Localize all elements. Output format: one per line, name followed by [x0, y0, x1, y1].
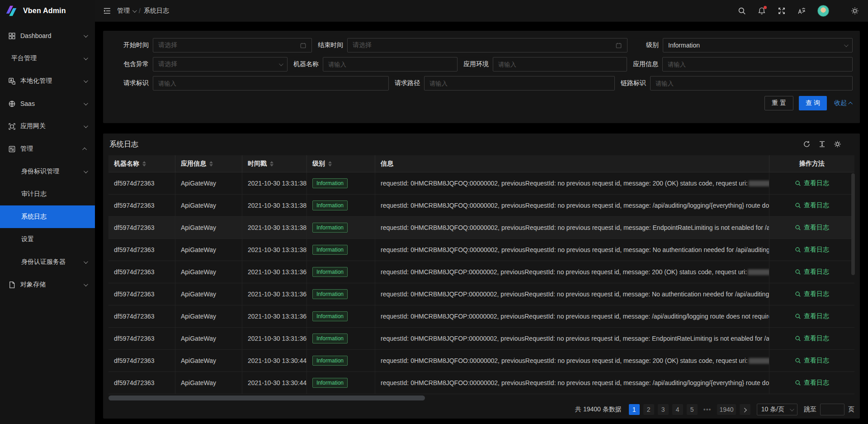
- app-info-input[interactable]: [662, 57, 853, 71]
- machine-name-input[interactable]: [323, 57, 458, 71]
- page-button-1[interactable]: 1: [629, 404, 640, 415]
- localization-icon: [8, 77, 16, 85]
- field-label: 开始时间: [118, 41, 153, 49]
- reset-button[interactable]: 重 置: [764, 96, 793, 110]
- magnifier-icon: [795, 380, 801, 386]
- cell-message: requestId: 0HMCRBM8JQFOP:00000002, previ…: [375, 305, 769, 327]
- cell-machine-name: df5974d72363: [108, 305, 175, 327]
- column-header-2[interactable]: 时间戳: [242, 155, 307, 172]
- view-log-link[interactable]: 查看日志: [795, 179, 829, 187]
- pagination: 共 19400 条数据 12345•••1940 10 条/页 跳至 页: [103, 400, 860, 419]
- redacted-blur: [748, 269, 769, 275]
- message-text: requestId: 0HMCRBM8JQFOP:00000002, previ…: [381, 268, 747, 276]
- bell-icon[interactable]: [758, 7, 766, 15]
- end-time-date-picker[interactable]: 请选择: [347, 38, 627, 52]
- table-row: df5974d72363ApiGateWay2021-10-30 13:31:3…: [108, 239, 854, 261]
- app-env-input[interactable]: [493, 57, 627, 71]
- pagination-ellipsis[interactable]: •••: [701, 404, 714, 415]
- start-time-date-picker[interactable]: 请选择: [153, 38, 312, 52]
- column-header-3[interactable]: 级别: [307, 155, 375, 172]
- translate-icon[interactable]: [797, 7, 806, 15]
- cell-message: requestId: 0HMCRBM8JQFOQ:00000002, previ…: [375, 239, 769, 261]
- view-log-link[interactable]: 查看日志: [795, 334, 829, 343]
- admin-icon: [8, 145, 16, 153]
- sidebar-item-localization[interactable]: 本地化管理: [0, 70, 95, 92]
- cell-level: Information: [307, 195, 375, 216]
- field-value: 请选择: [353, 41, 615, 49]
- menu-fold-icon[interactable]: [103, 7, 111, 15]
- request-id-input[interactable]: [153, 76, 389, 91]
- trace-id-input[interactable]: [650, 76, 853, 91]
- sidebar-item-identity[interactable]: 身份标识管理: [0, 160, 95, 183]
- chevron-down-icon: [84, 78, 88, 83]
- avatar[interactable]: [817, 5, 829, 17]
- view-log-link[interactable]: 查看日志: [795, 312, 829, 320]
- sidebar-item-auth-server[interactable]: 身份认证服务器: [0, 251, 95, 273]
- has-exception-select[interactable]: 请选择: [153, 57, 288, 71]
- cell-machine-name: df5974d72363: [108, 372, 175, 394]
- column-label: 操作方法: [799, 160, 825, 168]
- settings-icon[interactable]: [851, 7, 859, 15]
- next-page-button[interactable]: [740, 404, 750, 415]
- sidebar-item-label: 平台管理: [11, 54, 84, 62]
- field-label: 级别: [627, 41, 663, 49]
- cell-message: requestId: 0HMCRBM8JQFOO:00000002, previ…: [375, 350, 769, 372]
- cell-actions: 查看日志: [769, 372, 854, 394]
- sidebar-item-system-log[interactable]: 系统日志: [0, 205, 95, 228]
- cell-timestamp: 2021-10-30 13:31:36: [242, 261, 307, 283]
- request-path-input[interactable]: [424, 76, 615, 91]
- view-log-label: 查看日志: [804, 312, 829, 320]
- column-header-1[interactable]: 应用信息: [175, 155, 242, 172]
- view-log-link[interactable]: 查看日志: [795, 290, 829, 298]
- refresh-icon[interactable]: [803, 140, 811, 148]
- sidebar-item-platform[interactable]: 平台管理: [0, 47, 95, 70]
- collapse-link[interactable]: 收起: [834, 99, 853, 107]
- view-log-link[interactable]: 查看日志: [795, 379, 829, 387]
- breadcrumb-section[interactable]: 管理: [117, 7, 136, 15]
- search-icon[interactable]: [738, 7, 746, 15]
- fullscreen-icon[interactable]: [778, 7, 786, 15]
- page-button-3[interactable]: 3: [658, 404, 669, 415]
- sidebar-item-label: Saas: [20, 100, 84, 107]
- log-table-card: 系统日志: [103, 133, 860, 419]
- sidebar-item-audit-log[interactable]: 审计日志: [0, 183, 95, 205]
- jump-page-input[interactable]: [820, 404, 844, 415]
- horizontal-scrollbar[interactable]: [108, 395, 854, 400]
- sidebar-item-dashboard[interactable]: Dashboard: [0, 24, 95, 47]
- view-log-link[interactable]: 查看日志: [795, 224, 829, 232]
- page-button-1940[interactable]: 1940: [717, 404, 736, 415]
- page-button-5[interactable]: 5: [687, 404, 698, 415]
- page-button-2[interactable]: 2: [643, 404, 654, 415]
- chevron-down-icon: [84, 124, 88, 128]
- column-settings-icon[interactable]: [834, 140, 842, 148]
- page-size-select[interactable]: 10 条/页: [757, 404, 797, 415]
- jump-label: 跳至: [804, 405, 816, 414]
- cell-message: requestId: 0HMCRBM8JQFOP:00000002, previ…: [375, 283, 769, 305]
- sidebar-item-settings[interactable]: 设置: [0, 228, 95, 251]
- view-log-link[interactable]: 查看日志: [795, 246, 829, 254]
- sidebar-item-object-storage[interactable]: 对象存储: [0, 273, 95, 296]
- cell-machine-name: df5974d72363: [108, 350, 175, 372]
- view-log-link[interactable]: 查看日志: [795, 201, 829, 210]
- sidebar-item-saas[interactable]: Saas: [0, 92, 95, 115]
- field-end-time: 结束时间请选择: [312, 38, 627, 52]
- column-header-0[interactable]: 机器名称: [108, 155, 175, 172]
- page-button-4[interactable]: 4: [672, 404, 683, 415]
- row-height-icon[interactable]: [818, 140, 826, 148]
- cell-message: requestId: 0HMCRBM8JQFOP:00000002, previ…: [375, 261, 769, 283]
- view-log-link[interactable]: 查看日志: [795, 357, 829, 365]
- cell-app-info: ApiGateWay: [175, 305, 242, 327]
- field-has-exception: 包含异常请选择: [118, 57, 288, 71]
- sidebar-item-gateway[interactable]: 应用网关: [0, 115, 95, 138]
- logo[interactable]: Vben Admin: [0, 0, 95, 22]
- column-label: 信息: [381, 160, 393, 168]
- sidebar-item-admin[interactable]: 管理: [0, 138, 95, 160]
- redacted-blur: [749, 358, 769, 364]
- level-select[interactable]: Information: [663, 38, 853, 52]
- search-button[interactable]: 查 询: [799, 96, 827, 110]
- horizontal-scrollbar-thumb[interactable]: [108, 395, 425, 400]
- breadcrumb-separator: /: [139, 7, 141, 14]
- vertical-scrollbar[interactable]: [851, 173, 855, 275]
- filter-row: 开始时间请选择结束时间请选择级别Information: [118, 38, 853, 52]
- view-log-link[interactable]: 查看日志: [795, 268, 829, 276]
